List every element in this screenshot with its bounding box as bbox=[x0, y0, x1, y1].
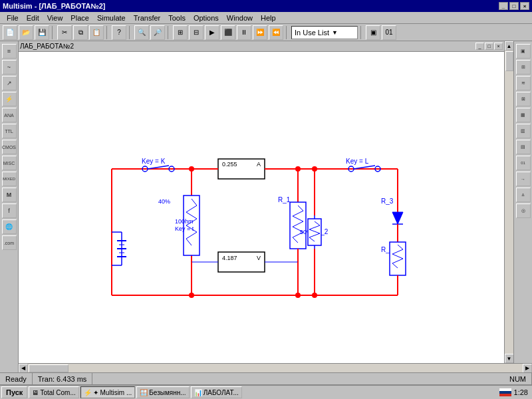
ttl-tool[interactable]: TTL bbox=[2, 124, 17, 138]
func-tool[interactable]: f bbox=[2, 203, 17, 218]
toolbar-separator-6 bbox=[360, 26, 363, 39]
menu-file[interactable]: File bbox=[3, 14, 23, 22]
scroll-thumb[interactable] bbox=[505, 51, 513, 71]
menu-transfer[interactable]: Transfer bbox=[130, 14, 165, 22]
stop-button[interactable]: ⬛ bbox=[221, 25, 235, 40]
toolbar-separator-4 bbox=[168, 26, 170, 39]
counter-button[interactable]: 01 bbox=[382, 25, 396, 40]
menu-edit[interactable]: Edit bbox=[23, 14, 43, 22]
toolbar-separator-1 bbox=[52, 26, 55, 39]
svg-point-65 bbox=[189, 293, 194, 298]
status-ready: Ready bbox=[0, 373, 33, 384]
menu-simulate[interactable]: Simulate bbox=[93, 14, 130, 22]
system-tray: 1:28 bbox=[497, 388, 531, 396]
left-toolbar: ≡ ~ ↗ ⚡ ANA TTL CMOS MISC MIXED M f 🌐 .c… bbox=[0, 41, 19, 372]
help-button[interactable]: ? bbox=[112, 25, 126, 40]
oscilloscope-button[interactable]: ⊞ bbox=[516, 60, 531, 74]
mixed-tool[interactable]: MIXED bbox=[2, 172, 17, 186]
menu-help[interactable]: Help bbox=[257, 14, 280, 22]
menu-window[interactable]: Window bbox=[223, 14, 257, 22]
run-button[interactable]: ▶ bbox=[205, 25, 219, 40]
save-button[interactable]: 💾 bbox=[35, 25, 49, 40]
multimeter-button[interactable]: ▣ bbox=[516, 44, 531, 59]
dropdown-arrow-icon: ▼ bbox=[332, 29, 338, 36]
m-tool[interactable]: M bbox=[2, 188, 17, 202]
taskbar-item-2[interactable]: 🪟 Безымянн... bbox=[136, 386, 189, 398]
task-icon-3: 📊 bbox=[194, 389, 202, 396]
in-use-dropdown[interactable]: In Use List ▼ bbox=[291, 26, 358, 39]
wire-button[interactable]: ⊟ bbox=[189, 25, 203, 40]
hscroll-track[interactable] bbox=[28, 364, 523, 373]
status-num: NUM bbox=[504, 373, 532, 384]
svg-text:A: A bbox=[257, 161, 261, 168]
cut-button[interactable]: ✂ bbox=[57, 25, 72, 40]
junction-tool[interactable]: ↗ bbox=[2, 76, 17, 90]
svg-text:Key = L: Key = L bbox=[346, 158, 369, 165]
wire-tool[interactable]: ~ bbox=[2, 60, 17, 74]
close-button[interactable]: × bbox=[520, 2, 529, 10]
source-tool[interactable]: ⚡ bbox=[2, 92, 17, 106]
svg-point-63 bbox=[189, 166, 194, 172]
menu-options[interactable]: Options bbox=[190, 14, 223, 22]
logic-gen-button[interactable]: 01 bbox=[516, 156, 531, 170]
menu-bar: File Edit View Place Simulate Transfer T… bbox=[0, 12, 532, 24]
svg-text:V: V bbox=[257, 255, 261, 261]
forward-button[interactable]: ⏩ bbox=[253, 25, 267, 40]
hscroll-thumb[interactable] bbox=[29, 364, 68, 372]
scroll-up-button[interactable]: ▲ bbox=[505, 41, 514, 51]
open-button[interactable]: 📂 bbox=[19, 25, 33, 40]
distortion-button[interactable]: ▥ bbox=[516, 124, 531, 138]
maximize-button[interactable]: □ bbox=[509, 2, 519, 10]
scroll-track[interactable] bbox=[505, 51, 514, 354]
zoom-out-button[interactable]: 🔎 bbox=[150, 25, 165, 40]
svg-text:R_3: R_3 bbox=[381, 198, 394, 205]
iv-button[interactable]: → bbox=[516, 172, 531, 186]
misc-tool[interactable]: MISC bbox=[2, 156, 17, 170]
start-label: Пуск bbox=[6, 388, 23, 396]
menu-view[interactable]: View bbox=[43, 14, 67, 22]
logic-button[interactable]: ▤ bbox=[516, 140, 531, 154]
svg-text:100hm: 100hm bbox=[175, 218, 194, 225]
cmos-tool[interactable]: CMOS bbox=[2, 140, 17, 154]
pause-button[interactable]: ⏸ bbox=[237, 25, 251, 40]
bode-button[interactable]: ≋ bbox=[516, 76, 531, 90]
toggle-button[interactable]: ▣ bbox=[366, 25, 380, 40]
ana-tool[interactable]: ANA bbox=[2, 108, 17, 122]
spectrum-button[interactable]: ⊠ bbox=[516, 92, 531, 106]
svg-text:0.255: 0.255 bbox=[222, 161, 237, 168]
task-icon-0: 🖥 bbox=[32, 389, 39, 396]
minimize-button[interactable]: _ bbox=[499, 2, 508, 10]
new-button[interactable]: 📄 bbox=[3, 25, 17, 40]
network-button[interactable]: ▦ bbox=[516, 108, 531, 122]
horizontal-scrollbar[interactable]: ◀ ▶ bbox=[19, 363, 532, 372]
toolbar-separator-3 bbox=[129, 26, 132, 39]
dotcom-tool[interactable]: .com bbox=[2, 235, 17, 250]
start-button[interactable]: Пуск bbox=[1, 386, 27, 398]
taskbar-item-3[interactable]: 📊 ЛАБОЛАТ... bbox=[191, 386, 242, 398]
clock: 1:28 bbox=[514, 388, 528, 396]
globe-tool[interactable]: 🌐 bbox=[2, 219, 17, 234]
circuit-diagram: Key = K 40% 100hm Key = t bbox=[19, 41, 504, 363]
svg-text:Key = K: Key = K bbox=[142, 158, 166, 165]
scroll-right-button[interactable]: ▶ bbox=[523, 364, 532, 373]
component-button[interactable]: ⊞ bbox=[173, 25, 188, 40]
scroll-left-button[interactable]: ◀ bbox=[19, 364, 28, 373]
vertical-scrollbar[interactable]: ▲ ▼ bbox=[504, 41, 513, 363]
copy-button[interactable]: ⧉ bbox=[73, 25, 88, 40]
taskbar-item-1[interactable]: ⚡ ✦ Multisim ... bbox=[80, 386, 136, 398]
phasor-button[interactable]: ◎ bbox=[516, 203, 531, 218]
menu-place[interactable]: Place bbox=[66, 14, 93, 22]
svg-point-64 bbox=[295, 166, 301, 172]
select-tool[interactable]: ≡ bbox=[2, 44, 17, 59]
svg-point-66 bbox=[295, 293, 301, 298]
svg-text:40%: 40% bbox=[158, 198, 170, 205]
circuit-canvas[interactable]: ЛАБ_РАБОТА№2 _ □ × bbox=[19, 41, 504, 363]
scroll-down-button[interactable]: ▼ bbox=[505, 354, 514, 363]
back-button[interactable]: ⏪ bbox=[269, 25, 283, 40]
paste-button[interactable]: 📋 bbox=[89, 25, 104, 40]
diff-button[interactable]: Δ bbox=[516, 188, 531, 202]
taskbar-item-0[interactable]: 🖥 Total Com... bbox=[29, 386, 78, 398]
task-icon-1: ⚡ bbox=[84, 389, 92, 396]
zoom-in-button[interactable]: 🔍 bbox=[134, 25, 149, 40]
menu-tools[interactable]: Tools bbox=[164, 14, 190, 22]
